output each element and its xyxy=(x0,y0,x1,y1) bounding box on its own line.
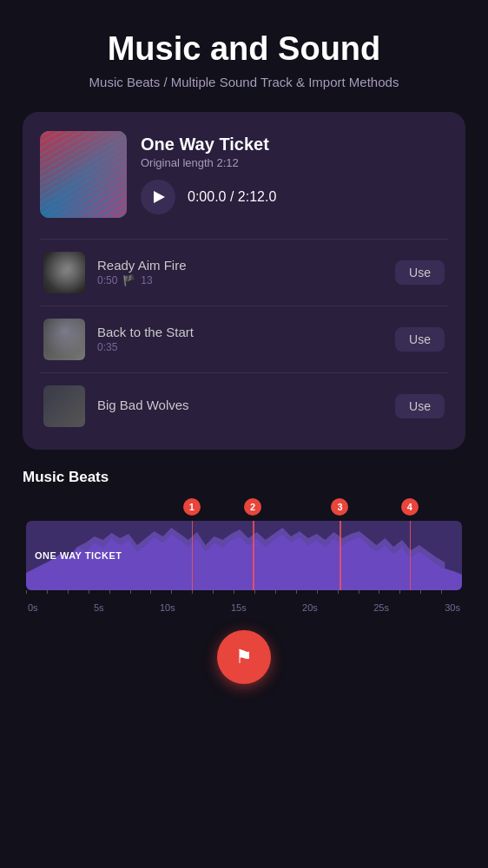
waveform-track-label: ONE WAY TICKET xyxy=(35,550,122,561)
beat-dot-3: 3 xyxy=(331,498,348,516)
beat-marker-1: 1 xyxy=(183,498,201,516)
tick xyxy=(150,590,171,594)
main-card: One Way Ticket Original length 2:12 0:00… xyxy=(23,112,465,450)
page-title: Music and Sound xyxy=(89,31,399,68)
tick xyxy=(192,590,213,594)
album-art-image xyxy=(40,131,127,218)
play-icon xyxy=(154,191,165,203)
track-duration-2: 0:35 xyxy=(97,341,117,353)
timeline-label-5s: 5s xyxy=(94,602,104,613)
beat-marker-3: 3 xyxy=(331,498,348,516)
flag-fab-button[interactable]: ⚑ xyxy=(217,630,271,684)
track-meta-2: 0:35 xyxy=(97,341,383,353)
beats-section-label: Music Beats xyxy=(23,469,109,486)
flag-icon: ⚑ xyxy=(235,646,253,668)
beat-line-2 xyxy=(253,521,254,590)
flag-icon-1: 🏴 xyxy=(122,274,135,286)
track-item-3: Big Bad Wolves Use xyxy=(40,378,448,434)
track-title: One Way Ticket xyxy=(141,135,448,155)
timeline-labels: 0s 5s 10s 15s 20s 25s 30s xyxy=(28,595,460,613)
timeline-ticks xyxy=(26,590,462,595)
beat-dot-1: 1 xyxy=(183,498,201,516)
timeline-label-10s: 10s xyxy=(160,602,175,613)
beat-line-1 xyxy=(192,521,194,590)
page-subtitle: Music Beats / Multiple Sound Track & Imp… xyxy=(89,75,399,89)
tick xyxy=(359,590,379,594)
beat-dot-4: 4 xyxy=(401,498,419,516)
tick xyxy=(254,590,275,594)
beat-markers: 1 2 3 4 xyxy=(26,496,462,521)
use-button-2[interactable]: Use xyxy=(395,327,445,352)
play-button[interactable] xyxy=(141,180,175,214)
track-item-info-3: Big Bad Wolves xyxy=(97,398,383,414)
tick xyxy=(399,590,420,594)
track-list: Ready Aim Fire 0:50 🏴 13 Use Back to the… xyxy=(40,235,448,434)
tick xyxy=(68,590,89,594)
track-thumb-2 xyxy=(43,319,85,360)
use-button-3[interactable]: Use xyxy=(395,394,445,418)
tick xyxy=(420,590,441,594)
track-info: One Way Ticket Original length 2:12 0:00… xyxy=(141,135,448,214)
track-item: Ready Aim Fire 0:50 🏴 13 Use xyxy=(40,245,448,300)
fab-container: ⚑ xyxy=(217,630,271,684)
divider-1 xyxy=(40,239,448,240)
tick xyxy=(379,590,399,594)
player-controls: 0:00.0 / 2:12.0 xyxy=(141,180,448,214)
page-header: Music and Sound Music Beats / Multiple S… xyxy=(72,0,417,103)
timeline-label-25s: 25s xyxy=(373,602,389,613)
tick xyxy=(171,590,192,594)
now-playing: One Way Ticket Original length 2:12 0:00… xyxy=(40,131,448,218)
tick xyxy=(317,590,338,594)
beat-dot-2: 2 xyxy=(244,498,261,516)
beat-marker-4: 4 xyxy=(401,498,419,516)
tick xyxy=(213,590,234,594)
timeline: 0s 5s 10s 15s 20s 25s 30s xyxy=(26,590,462,613)
waveform[interactable]: ONE WAY TICKET xyxy=(26,521,462,590)
track-item-2: Back to the Start 0:35 Use xyxy=(40,312,448,367)
track-duration-1: 0:50 xyxy=(97,274,117,286)
tick xyxy=(296,590,317,594)
beat-line-4 xyxy=(410,521,412,590)
beat-marker-2: 2 xyxy=(244,498,261,516)
timeline-label-0s: 0s xyxy=(28,602,38,613)
track-name-3: Big Bad Wolves xyxy=(97,398,383,412)
original-length: Original length 2:12 xyxy=(141,156,448,169)
divider-2 xyxy=(40,306,448,306)
tick xyxy=(130,590,151,594)
beat-line-3 xyxy=(340,521,341,590)
tick xyxy=(109,590,130,594)
track-meta-1: 0:50 🏴 13 xyxy=(97,274,383,286)
tick xyxy=(338,590,359,594)
track-name-1: Ready Aim Fire xyxy=(97,258,383,273)
time-display: 0:00.0 / 2:12.0 xyxy=(188,189,276,205)
divider-3 xyxy=(40,372,448,373)
tick xyxy=(26,590,47,594)
timeline-label-15s: 15s xyxy=(231,602,247,613)
track-name-2: Back to the Start xyxy=(97,325,383,339)
track-item-info-2: Back to the Start 0:35 xyxy=(97,325,383,353)
tick xyxy=(47,590,68,594)
beats-container: 1 2 3 4 ONE WAY TICKET xyxy=(23,496,465,613)
tick xyxy=(89,590,109,594)
tick xyxy=(441,590,462,594)
track-flags-1: 13 xyxy=(141,274,152,286)
use-button-1[interactable]: Use xyxy=(395,260,445,285)
timeline-label-30s: 30s xyxy=(445,602,460,613)
track-thumb-3 xyxy=(43,385,85,427)
timeline-label-20s: 20s xyxy=(302,602,318,613)
tick xyxy=(234,590,254,594)
album-art xyxy=(40,131,127,218)
track-thumb-1 xyxy=(43,252,85,293)
tick xyxy=(275,590,296,594)
track-item-info-1: Ready Aim Fire 0:50 🏴 13 xyxy=(97,258,383,286)
